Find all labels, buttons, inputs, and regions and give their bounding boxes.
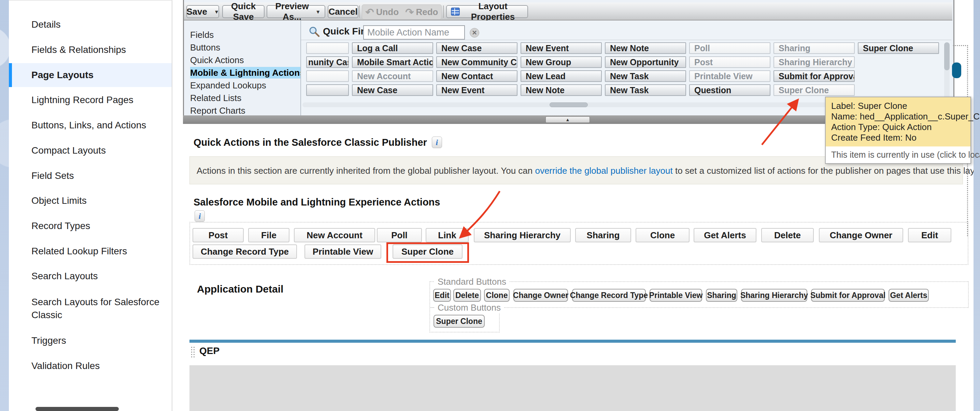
sidebar-item[interactable]: Page Layouts [9, 63, 172, 87]
save-button[interactable]: Save ▼ [186, 5, 219, 18]
sidebar-item[interactable]: Related Lookup Filters [9, 239, 172, 263]
palette-category[interactable]: Expanded Lookups [184, 79, 301, 92]
palette-action-item[interactable] [306, 70, 349, 82]
palette-action-item[interactable]: New Note [605, 42, 686, 54]
mobile-action-item[interactable]: New Account [294, 228, 375, 242]
palette-action-item[interactable]: nunity Case [306, 56, 349, 68]
palette-action-item[interactable] [306, 84, 349, 96]
palette-action-item[interactable]: Question [689, 84, 770, 96]
standard-button[interactable]: Printable View [649, 289, 702, 302]
palette-action-item[interactable]: New Note [520, 84, 602, 96]
palette-action-item[interactable]: New Community Case [436, 56, 517, 68]
object-manager-sidebar: DetailsFields & RelationshipsPage Layout… [9, 0, 172, 411]
standard-button[interactable]: Clone [484, 289, 510, 302]
palette-action-item[interactable]: New Task [605, 84, 686, 96]
palette-vertical-scrollbar-thumb[interactable] [944, 42, 950, 70]
sidebar-item[interactable]: Triggers [9, 329, 172, 353]
help-tab-button[interactable] [952, 62, 961, 78]
sidebar-item[interactable]: Object Limits [9, 189, 172, 213]
palette-action-item[interactable]: New Contact [436, 70, 517, 82]
sidebar-item[interactable]: Validation Rules [9, 354, 172, 378]
palette-action-item[interactable] [306, 42, 349, 54]
save-dropdown-icon[interactable]: ▼ [214, 9, 219, 15]
palette-category[interactable]: Related Lists [184, 92, 301, 104]
mobile-action-item[interactable]: Delete [761, 228, 814, 242]
undo-button[interactable]: ↶ Undo [366, 6, 399, 18]
mobile-action-item[interactable]: Printable View [304, 244, 381, 259]
palette-action-item[interactable]: New Case [352, 84, 433, 96]
classic-publisher-section-title: Quick Actions in the Salesforce Classic … [194, 137, 427, 148]
palette-action-item[interactable]: Mobile Smart Actions [352, 56, 433, 68]
palette-action-item[interactable]: New Opportunity [605, 56, 686, 68]
sidebar-item-label: Object Limits [32, 195, 87, 206]
palette-action-item[interactable]: Super Clone [773, 84, 855, 96]
mobile-action-item[interactable]: Post [192, 228, 244, 242]
mobile-action-item[interactable]: File [248, 228, 290, 242]
sidebar-item[interactable]: Record Types [9, 214, 172, 238]
palette-action-item[interactable]: Super Clone [858, 42, 939, 54]
standard-button[interactable]: Edit [433, 289, 451, 302]
standard-button[interactable]: Change Record Type [572, 289, 646, 302]
mobile-action-item[interactable]: Clone [636, 228, 689, 242]
cancel-button[interactable]: Cancel [328, 5, 358, 18]
info-icon[interactable]: i [432, 137, 442, 148]
mobile-action-item[interactable]: Change Owner [819, 228, 903, 242]
palette-action-item[interactable]: Sharing Hierarchy [773, 56, 855, 68]
preview-as-button[interactable]: Preview As... ▼ [267, 5, 325, 18]
mobile-action-item[interactable]: Poll [377, 228, 422, 242]
collapse-palette-button[interactable]: ▲ [546, 116, 590, 123]
sidebar-item[interactable]: Search Layouts for Salesforce Classic [9, 290, 172, 328]
palette-action-item[interactable]: Sharing [773, 42, 855, 54]
redo-button[interactable]: ↷ Redo [405, 6, 438, 18]
standard-button[interactable]: Delete [453, 289, 481, 302]
standard-button[interactable]: Sharing Hierarchy [741, 289, 807, 302]
sidebar-item[interactable]: Compact Layouts [9, 139, 172, 162]
standard-button[interactable]: Get Alerts [889, 289, 929, 302]
palette-action-item[interactable]: New Account [352, 70, 433, 82]
page-horizontal-scrollbar-thumb[interactable] [35, 407, 119, 411]
palette-action-item[interactable]: Printable View [689, 70, 770, 82]
palette-category[interactable]: Mobile & Lightning Actions [184, 67, 301, 79]
palette-action-item[interactable]: New Lead [520, 70, 602, 82]
palette-action-item[interactable]: New Group [520, 56, 602, 68]
custom-button[interactable]: Super Clone [434, 315, 485, 328]
mobile-action-item[interactable]: Sharing Hierarchy [474, 228, 571, 242]
mobile-action-item[interactable]: Get Alerts [694, 228, 756, 242]
palette-action-item[interactable]: Poll [689, 42, 770, 54]
palette-action-item[interactable]: New Case [436, 42, 517, 54]
sidebar-item[interactable]: Fields & Relationships [9, 38, 172, 62]
mobile-action-item[interactable]: Edit [908, 228, 951, 242]
palette-category[interactable]: Buttons [184, 41, 301, 54]
sidebar-item[interactable]: Lightning Record Pages [9, 88, 172, 112]
override-global-publisher-layout-link[interactable]: override the global publisher layout [535, 166, 673, 176]
sidebar-item[interactable]: Field Sets [9, 164, 172, 188]
drag-handle-icon[interactable] [191, 346, 195, 358]
quick-find-input[interactable] [363, 25, 465, 40]
layout-properties-button[interactable]: Layout Properties [446, 5, 528, 18]
sidebar-item[interactable]: Buttons, Links, and Actions [9, 113, 172, 137]
mobile-action-item[interactable]: Change Record Type [192, 244, 297, 259]
tooltip-in-use-note[interactable]: This item is currently in use (click to … [826, 147, 970, 163]
palette-action-item[interactable]: Log a Call [352, 42, 433, 54]
standard-button[interactable]: Sharing [706, 289, 737, 302]
standard-button[interactable]: Change Owner [513, 289, 568, 302]
mobile-action-item[interactable]: Link [426, 228, 469, 242]
palette-horizontal-scrollbar-thumb[interactable] [550, 102, 588, 107]
palette-grid-row: Log a CallNew CaseNew EventNew NotePollS… [306, 42, 939, 54]
palette-category[interactable]: Quick Actions [184, 54, 301, 67]
sidebar-item[interactable]: Search Layouts [9, 264, 172, 288]
palette-action-item[interactable]: New Event [436, 84, 517, 96]
standard-button[interactable]: Submit for Approval [811, 289, 885, 302]
mobile-action-item[interactable]: Super Clone [393, 244, 463, 259]
palette-action-item[interactable]: New Task [605, 70, 686, 82]
quick-save-button[interactable]: Quick Save [222, 5, 264, 18]
sidebar-item[interactable]: Details [9, 13, 172, 37]
clear-search-icon[interactable]: ✕ [470, 28, 479, 38]
palette-category[interactable]: Fields [184, 29, 301, 41]
info-icon[interactable]: i [194, 210, 205, 222]
preview-as-dropdown-icon: ▼ [315, 9, 321, 15]
mobile-action-item[interactable]: Sharing [575, 228, 631, 242]
palette-action-item[interactable]: Post [689, 56, 770, 68]
palette-action-item[interactable]: New Event [520, 42, 602, 54]
palette-action-item[interactable]: Submit for Approval [773, 70, 855, 82]
